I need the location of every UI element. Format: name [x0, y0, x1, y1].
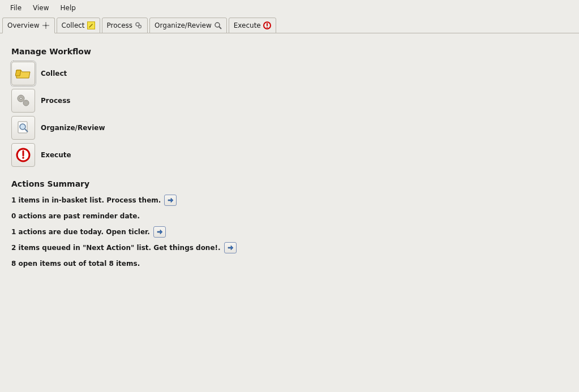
tab-label: Organize/Review	[155, 21, 212, 29]
tab-execute[interactable]: Execute	[229, 18, 276, 33]
workflow-label: Organize/Review	[41, 124, 105, 132]
workflow-item-execute: Execute	[11, 143, 568, 167]
summary-text: 2 items queued in "Next Action" list. Ge…	[11, 244, 221, 252]
overview-panel: Manage Workflow Collect Process	[0, 33, 579, 283]
workflow-label: Process	[41, 97, 71, 105]
arrow-right-icon	[167, 197, 174, 204]
summary-line-nextaction: 2 items queued in "Next Action" list. Ge…	[11, 242, 568, 254]
goto-nextaction-button[interactable]	[224, 242, 237, 253]
collect-button[interactable]	[11, 62, 35, 85]
summary-line-duetoday: 1 actions are due today. Open ticler.	[11, 226, 568, 238]
workflow-item-organize: Organize/Review	[11, 116, 568, 140]
summary-text: 1 actions are due today. Open ticler.	[11, 228, 150, 236]
workflow-title: Manage Workflow	[11, 47, 568, 56]
workflow-label: Collect	[41, 70, 67, 77]
menubar: File View Help	[0, 0, 579, 16]
organize-icon	[214, 21, 222, 29]
organize-button[interactable]	[11, 116, 35, 140]
svg-point-9	[267, 27, 268, 28]
workflow-label: Execute	[41, 151, 71, 159]
goto-process-button[interactable]	[164, 195, 177, 206]
menu-view[interactable]: View	[27, 2, 54, 14]
arrow-right-icon	[227, 244, 234, 251]
svg-point-11	[20, 97, 22, 100]
tab-process[interactable]: Process	[102, 18, 148, 33]
svg-point-19	[22, 157, 24, 159]
process-icon	[135, 21, 143, 29]
menu-help[interactable]: Help	[55, 2, 82, 14]
svg-line-6	[219, 27, 221, 29]
summary-text: 0 actions are past reminder date.	[11, 212, 140, 220]
execute-icon	[263, 21, 271, 29]
goto-tickler-button[interactable]	[153, 226, 166, 238]
alert-icon	[15, 147, 31, 163]
tab-label: Collect	[62, 21, 85, 29]
svg-point-4	[139, 25, 141, 28]
collect-icon	[87, 21, 95, 29]
summary-line-inbasket: 1 items in in-basket list. Process them.	[11, 194, 568, 206]
menu-file[interactable]: File	[5, 2, 27, 14]
svg-point-13	[25, 102, 27, 104]
tab-bar: Overview Collect Process Organize/Review…	[0, 16, 579, 33]
workflow-item-process: Process	[11, 89, 568, 113]
tab-label: Execute	[234, 21, 261, 29]
tab-overview[interactable]: Overview	[2, 18, 55, 33]
tab-label: Process	[107, 21, 133, 29]
summary-text: 1 items in in-basket list. Process them.	[11, 196, 161, 204]
overview-icon	[42, 21, 50, 29]
summary-title: Actions Summary	[11, 179, 568, 188]
tab-label: Overview	[7, 21, 40, 29]
summary-line-pastdue: 0 actions are past reminder date.	[11, 210, 568, 222]
magnifier-doc-icon	[15, 120, 31, 136]
arrow-right-icon	[156, 229, 163, 235]
workflow-item-collect: Collect	[11, 62, 568, 85]
folder-icon	[15, 68, 31, 79]
process-button[interactable]	[11, 89, 35, 113]
svg-point-5	[215, 23, 220, 27]
execute-button[interactable]	[11, 143, 35, 167]
tab-collect[interactable]: Collect	[57, 18, 100, 33]
svg-point-2	[45, 24, 46, 26]
summary-line-total: 8 open items out of total 8 items.	[11, 257, 568, 270]
summary-text: 8 open items out of total 8 items.	[11, 260, 140, 268]
svg-point-15	[20, 124, 25, 130]
gears-icon	[15, 93, 31, 109]
tab-organize[interactable]: Organize/Review	[149, 18, 227, 33]
